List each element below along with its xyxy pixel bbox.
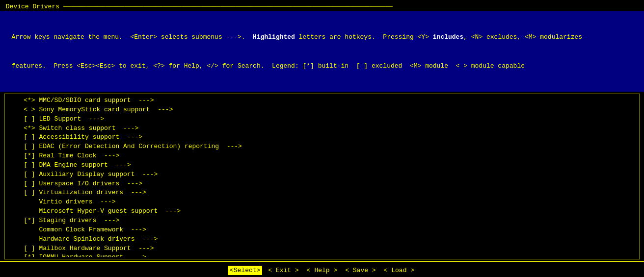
menu-item[interactable]: < > Sony MemoryStick card support ---> bbox=[8, 105, 636, 115]
device-drivers-label: Device Drivers ─────────────────────────… bbox=[0, 2, 644, 11]
menu-item[interactable]: <*> MMC/SD/SDIO card support ---> bbox=[8, 96, 636, 105]
bottom-button-load[interactable]: < Load > bbox=[382, 266, 416, 275]
menu-item[interactable]: Virtio drivers ---> bbox=[8, 198, 636, 207]
bottom-button-help[interactable]: < Help > bbox=[305, 266, 339, 275]
menu-item[interactable]: [ ] DMA Engine support ---> bbox=[8, 161, 636, 170]
menu-item[interactable]: Hardware Spinlock drivers ---> bbox=[8, 235, 636, 244]
header-line2: features. Press <Esc><Esc> to exit, <?> … bbox=[4, 61, 640, 71]
header-line1: Arrow keys navigate the menu. <Enter> se… bbox=[4, 32, 640, 42]
bottom-button-exit[interactable]: < Exit > bbox=[266, 266, 300, 275]
highlighted-word: Highlighted bbox=[253, 33, 295, 41]
menu-item[interactable]: [ ] Accessibility support ---> bbox=[8, 133, 636, 142]
menu-item[interactable]: [ ] Auxiliary Display support ---> bbox=[8, 170, 636, 179]
header-box: Arrow keys navigate the menu. <Enter> se… bbox=[0, 11, 644, 92]
menu-item[interactable]: [ ] Mailbox Hardware Support ---> bbox=[8, 244, 636, 253]
separator bbox=[0, 261, 644, 262]
menu-item[interactable]: [ ] Userspace I/O drivers ---> bbox=[8, 179, 636, 189]
menu-list[interactable]: <*> MMC/SD/SDIO card support ---> < > So… bbox=[8, 96, 636, 257]
menu-item[interactable]: [ ] LED Support ---> bbox=[8, 115, 636, 124]
main-panel: <*> MMC/SD/SDIO card support ---> < > So… bbox=[4, 94, 640, 259]
menu-item[interactable]: [ ] EDAC (Error Detection And Correction… bbox=[8, 142, 636, 151]
bottom-button-save[interactable]: < Save > bbox=[343, 266, 377, 275]
menu-item[interactable]: Common Clock Framework ---> bbox=[8, 226, 636, 235]
menu-item[interactable]: [ ] Virtualization drivers ---> bbox=[8, 188, 636, 198]
menu-item[interactable]: [*] Real Time Clock ---> bbox=[8, 151, 636, 161]
bottom-bar: <Select>< Exit >< Help >< Save >< Load > bbox=[0, 264, 644, 277]
menu-item[interactable]: [*] Staging drivers ---> bbox=[8, 216, 636, 226]
menu-item[interactable]: <*> Switch class support ---> bbox=[8, 124, 636, 133]
app: Device Drivers ─────────────────────────… bbox=[0, 0, 644, 277]
bottom-button-select[interactable]: <Select> bbox=[228, 266, 262, 275]
includes-word: includes bbox=[433, 33, 463, 41]
menu-item[interactable]: [*] IOMMU Hardware Support ---> bbox=[8, 253, 636, 257]
menu-item[interactable]: Microsoft Hyper-V guest support ---> bbox=[8, 207, 636, 216]
